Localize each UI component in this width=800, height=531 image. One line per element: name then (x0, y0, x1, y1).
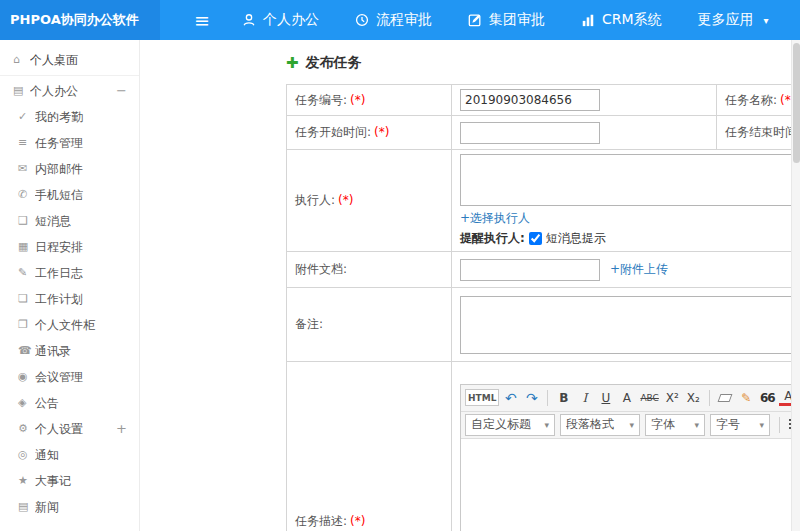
blockquote-button[interactable]: 66 (758, 388, 777, 408)
sidebar-item-settings[interactable]: ⚙ 个人设置 + (0, 416, 139, 442)
main-content: ✚ 发布任务 任务编号:(*) 任务名称:(*) 任务开始时间:(*) (141, 40, 800, 531)
remark-textarea[interactable] (460, 296, 793, 354)
list-icon: ≡ (18, 130, 35, 156)
sidebar-item-notice[interactable]: ◎ 通知 (0, 442, 139, 468)
sidebar-item-schedule[interactable]: ▦ 日程安排 (0, 234, 139, 260)
bar-chart-icon (581, 13, 595, 27)
subscript-button[interactable]: X₂ (684, 388, 703, 408)
italic-button[interactable]: I (575, 388, 594, 408)
font-family-dropdown[interactable]: 字体 ▾ (645, 414, 705, 436)
executor-label: 执行人:(*) (287, 150, 452, 252)
gear-icon: ⚙ (18, 416, 35, 442)
menu-icon[interactable]: ≡ (194, 11, 210, 30)
start-time-label: 任务开始时间:(*) (287, 116, 452, 150)
attachment-input[interactable] (460, 259, 600, 281)
task-no-label: 任务编号:(*) (287, 85, 452, 116)
top-nav: 个人办公 流程审批 集团审批 CRM系统 更多应用 ▾ (242, 11, 769, 29)
sidebar-item-announcement[interactable]: ◈ 公告 (0, 390, 139, 416)
sms-remind-checkbox[interactable] (529, 232, 542, 245)
sidebar-item-desktop[interactable]: ⌂ 个人桌面 (0, 44, 139, 76)
remind-executor-label: 提醒执行人: (460, 230, 525, 247)
attachment-upload-link[interactable]: +附件上传 (610, 261, 668, 278)
person-icon (242, 13, 256, 27)
sms-remind-label: 短消息提示 (546, 230, 606, 247)
sidebar-item-internal-mail[interactable]: ✉ 内部邮件 (0, 156, 139, 182)
sidebar-item-work-log[interactable]: ✎ 工作日志 (0, 260, 139, 286)
toolbar-separator (779, 417, 780, 433)
sidebar-item-news[interactable]: ▤ 新闻 (0, 494, 139, 520)
desktop-icon: ⌂ (13, 44, 30, 76)
pencil-icon: ✎ (18, 260, 35, 286)
vertical-scrollbar (791, 40, 800, 531)
sidebar-item-mobile-sms[interactable]: ✆ 手机短信 (0, 182, 139, 208)
undo-button[interactable]: ↶ (501, 388, 520, 408)
check-icon: ✓ (18, 104, 35, 130)
phone-icon: ✆ (18, 182, 35, 208)
chevron-down-icon: ▾ (759, 420, 764, 430)
attachment-label: 附件文档: (287, 252, 452, 288)
choose-executor-link[interactable]: +选择执行人 (460, 211, 530, 225)
required-mark: (*) (350, 514, 365, 528)
page-title: ✚ 发布任务 (286, 54, 800, 72)
html-source-button[interactable]: HTML (465, 389, 499, 406)
strikethrough-button[interactable]: ABC (638, 388, 660, 408)
clock-icon (355, 13, 369, 27)
underline-button[interactable]: U (596, 388, 615, 408)
paragraph-format-dropdown[interactable]: 段落格式 ▾ (560, 414, 640, 436)
star-icon: ★ (18, 468, 35, 494)
telephone-icon: ☎ (18, 338, 35, 364)
topbar: PHPOA协同办公软件 ≡ 个人办公 流程审批 集团审批 CRM系统 (0, 0, 800, 40)
calendar-icon: ▦ (18, 234, 35, 260)
nav-item-group-approval[interactable]: 集团审批 (468, 11, 545, 29)
toolbar-separator (709, 390, 710, 406)
collapse-icon[interactable]: − (116, 78, 127, 104)
nav-item-crm[interactable]: CRM系统 (581, 11, 662, 29)
required-mark: (*) (374, 125, 389, 139)
chevron-down-icon: ▾ (764, 15, 769, 26)
sidebar-item-work-plan[interactable]: ❏ 工作计划 (0, 286, 139, 312)
sidebar-item-meeting[interactable]: ◉ 会议管理 (0, 364, 139, 390)
end-time-label: 任务结束时间:(*) (717, 116, 800, 150)
bold-button[interactable]: B (554, 388, 573, 408)
superscript-button[interactable]: X² (663, 388, 682, 408)
scrollbar-thumb[interactable] (793, 43, 800, 163)
sidebar-item-contacts[interactable]: ☎ 通讯录 (0, 338, 139, 364)
sidebar-item-short-message[interactable]: ❑ 短消息 (0, 208, 139, 234)
start-time-input[interactable] (460, 122, 600, 144)
task-no-input[interactable] (460, 89, 600, 111)
task-name-label: 任务名称:(*) (717, 85, 800, 116)
toolbar-separator (547, 390, 548, 406)
chevron-down-icon: ▾ (694, 420, 699, 430)
description-label: 任务描述:(*) (287, 362, 452, 531)
font-button[interactable]: A (617, 388, 636, 408)
news-icon: ▤ (18, 494, 35, 520)
eraser-button[interactable] (716, 388, 735, 408)
required-mark: (*) (350, 93, 365, 107)
chevron-down-icon: ▾ (629, 420, 634, 430)
folder-icon: ❐ (18, 312, 35, 338)
notice-icon: ◎ (18, 442, 35, 468)
add-icon: ✚ (286, 54, 299, 72)
nav-item-more-apps[interactable]: 更多应用 ▾ (698, 11, 769, 29)
edit-square-icon (468, 13, 482, 27)
sidebar-item-events[interactable]: ★ 大事记 (0, 468, 139, 494)
editor-content-area[interactable] (461, 439, 800, 531)
remark-label: 备注: (287, 288, 452, 362)
sidebar-item-attendance[interactable]: ✓ 我的考勤 (0, 104, 139, 130)
sidebar-item-task-management[interactable]: ≡ 任务管理 (0, 130, 139, 156)
executor-textarea[interactable] (460, 154, 793, 206)
app-logo: PHPOA协同办公软件 (0, 0, 160, 40)
custom-heading-dropdown[interactable]: 自定义标题 ▾ (465, 414, 555, 436)
nav-item-workflow-approval[interactable]: 流程审批 (355, 11, 432, 29)
sidebar-item-file-cabinet[interactable]: ❐ 个人文件柜 (0, 312, 139, 338)
redo-button[interactable]: ↷ (522, 388, 541, 408)
font-size-dropdown[interactable]: 字号 ▾ (710, 414, 770, 436)
expand-icon[interactable]: + (116, 416, 127, 442)
editor-toolbar-row1: HTML ↶ ↷ B I U A ABC X² X₂ ✎ (461, 385, 800, 412)
nav-item-personal-office[interactable]: 个人办公 (242, 11, 319, 29)
required-mark: (*) (338, 193, 353, 207)
sidebar: ⌂ 个人桌面 ▤ 个人办公 − ✓ 我的考勤 ≡ 任务管理 ✉ 内部邮件 ✆ 手… (0, 40, 140, 531)
message-icon: ❑ (18, 208, 35, 234)
sidebar-item-personal-office[interactable]: ▤ 个人办公 − (0, 78, 139, 104)
format-brush-button[interactable]: ✎ (737, 388, 756, 408)
